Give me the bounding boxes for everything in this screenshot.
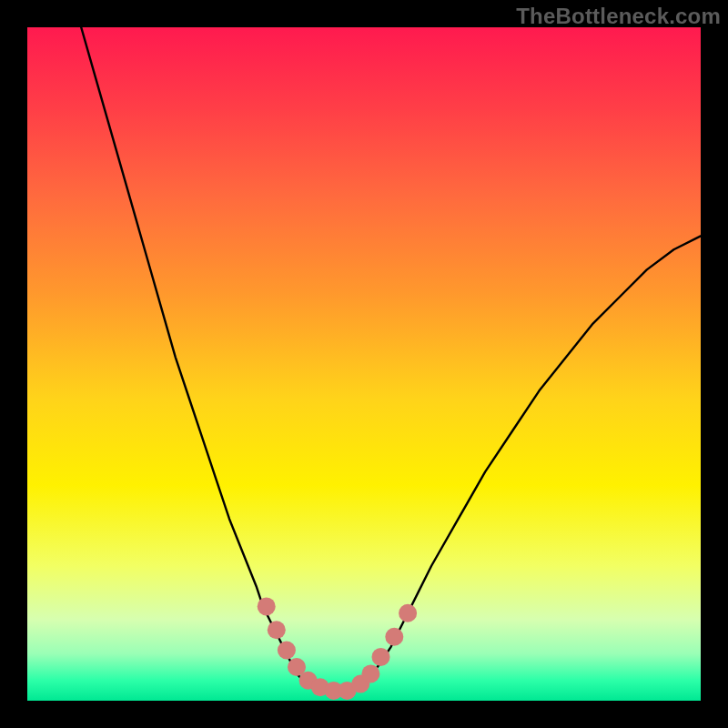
valley-marker [258, 597, 276, 615]
chart-frame: TheBottleneck.com [0, 0, 728, 728]
valley-marker [268, 621, 286, 639]
valley-marker [278, 642, 296, 660]
valley-marker [372, 648, 390, 666]
valley-marker [399, 604, 417, 622]
valley-marker [361, 664, 379, 682]
watermark-text: TheBottleneck.com [516, 4, 721, 29]
plot-area [27, 27, 701, 701]
valley-marker [385, 628, 403, 646]
gradient-background [27, 27, 701, 701]
chart-svg [27, 27, 701, 701]
